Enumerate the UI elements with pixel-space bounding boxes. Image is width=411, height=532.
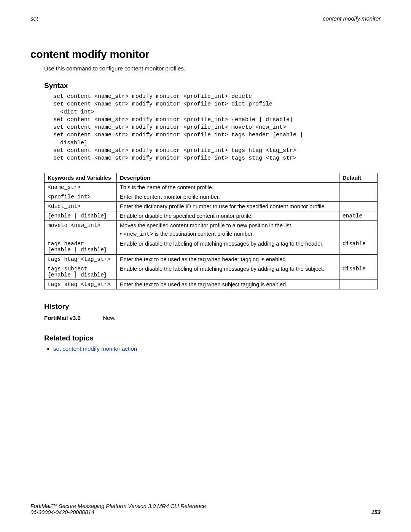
syntax-block: set content <name_str> modify monitor <p…	[53, 93, 381, 162]
running-header-right: content modify monitor	[323, 15, 381, 22]
syntax-heading: Syntax	[44, 81, 381, 90]
cell-keyword: {enable | disable}	[45, 211, 117, 221]
running-header-left: set	[30, 15, 38, 22]
history-block: FortiMail v3.0 New.	[44, 315, 381, 321]
related-link[interactable]: set content modify monitor action	[53, 345, 137, 352]
th-default: Default	[339, 173, 378, 183]
cell-default: disable	[339, 264, 378, 280]
running-header: set content modify monitor	[30, 15, 381, 22]
list-item: set content modify monitor action	[53, 345, 381, 352]
th-keywords: Keywords and Variables	[45, 173, 117, 183]
cell-default: disable	[339, 239, 378, 255]
history-value: New.	[103, 315, 115, 321]
cell-default: enable	[339, 211, 378, 221]
cell-description: This is the name of the content profile.	[117, 183, 339, 192]
cell-description: Enter the text to be used as the tag whe…	[117, 280, 339, 289]
related-list: set content modify monitor action	[53, 345, 381, 352]
keywords-table: Keywords and Variables Description Defau…	[44, 173, 378, 289]
cell-description: Enter the content monitor profile number…	[117, 192, 339, 202]
footer-page-number: 153	[371, 509, 381, 515]
history-label: FortiMail v3.0	[44, 315, 101, 321]
table-row: <dict_int>Enter the dictionary profile I…	[45, 202, 378, 211]
cell-default	[339, 183, 378, 192]
cell-default	[339, 255, 378, 264]
cell-keyword: moveto <new_int>	[45, 221, 117, 239]
cell-keyword: tags htag <tag_str>	[45, 255, 117, 264]
cell-description: Enable or disable the labeling of matchi…	[117, 264, 339, 280]
footer-left: FortiMail™ Secure Messaging Platform Ver…	[30, 503, 206, 515]
cell-keyword: tags stag <tag_str>	[45, 280, 117, 289]
table-row: tags subject {enable | disable}Enable or…	[45, 264, 378, 280]
cell-keyword: tags header {enable | disable}	[45, 239, 117, 255]
table-row: tags htag <tag_str>Enter the text to be …	[45, 255, 378, 264]
page: set content modify monitor content modif…	[0, 0, 411, 532]
cell-description: Enable or disable the specified content …	[117, 211, 339, 221]
table-row: <profile_int>Enter the content monitor p…	[45, 192, 378, 202]
history-heading: History	[44, 302, 381, 311]
table-row: {enable | disable}Enable or disable the …	[45, 211, 378, 221]
related-heading: Related topics	[44, 334, 381, 342]
cell-keyword: <name_str>	[45, 183, 117, 192]
cell-description: Moves the specified content monitor prof…	[117, 221, 339, 239]
cell-description: Enter the text to be used as the tag whe…	[117, 255, 339, 264]
cell-description: Enter the dictionary profile ID number t…	[117, 202, 339, 211]
cell-default	[339, 202, 378, 211]
table-row: tags header {enable | disable}Enable or …	[45, 239, 378, 255]
table-row: <name_str>This is the name of the conten…	[45, 183, 378, 192]
cell-keyword: <profile_int>	[45, 192, 117, 202]
intro-text: Use this command to configure content mo…	[44, 65, 381, 72]
footer-line1: FortiMail™ Secure Messaging Platform Ver…	[30, 503, 206, 509]
cell-default	[339, 280, 378, 289]
page-title: content modify monitor	[30, 48, 381, 61]
table-row: moveto <new_int>Moves the specified cont…	[45, 221, 378, 239]
cell-keyword: tags subject {enable | disable}	[45, 264, 117, 280]
cell-default	[339, 192, 378, 202]
th-description: Description	[117, 173, 339, 183]
table-body: <name_str>This is the name of the conten…	[45, 183, 378, 289]
cell-description: Enable or disable the labeling of matchi…	[117, 239, 339, 255]
page-footer: FortiMail™ Secure Messaging Platform Ver…	[30, 503, 381, 515]
cell-default	[339, 221, 378, 239]
cell-keyword: <dict_int>	[45, 202, 117, 211]
history-row: FortiMail v3.0 New.	[44, 315, 381, 321]
table-row: tags stag <tag_str>Enter the text to be …	[45, 280, 378, 289]
related-block: set content modify monitor action	[44, 345, 381, 352]
footer-line2: 06-30004-0420-20080814	[30, 509, 206, 515]
table-header-row: Keywords and Variables Description Defau…	[45, 173, 378, 183]
